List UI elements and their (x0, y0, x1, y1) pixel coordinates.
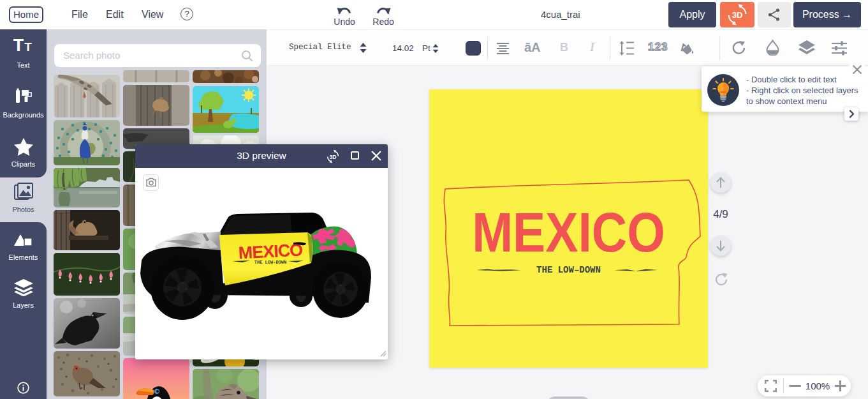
svg-text:3D: 3D (732, 10, 743, 20)
svg-text:T: T (13, 36, 24, 55)
svg-text:T: T (24, 40, 32, 54)
svg-text:THE LOW-DOWN: THE LOW-DOWN (254, 260, 286, 265)
svg-text:3D: 3D (330, 154, 337, 160)
